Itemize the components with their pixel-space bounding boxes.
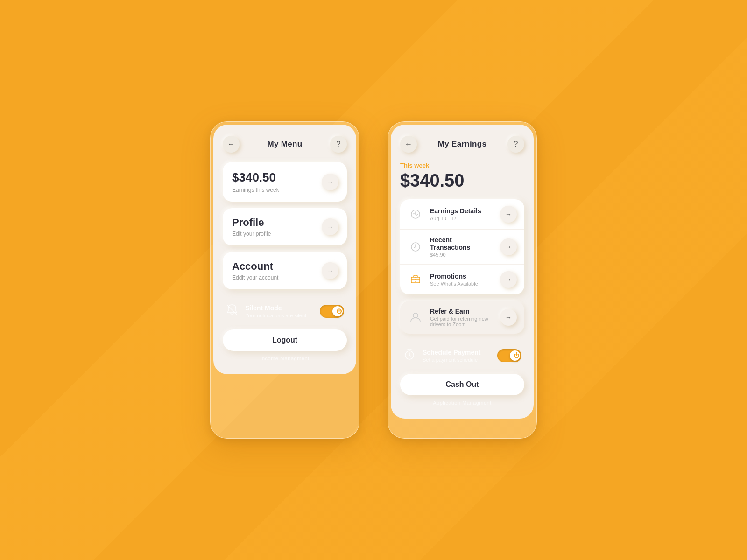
right-caption: Application Managment xyxy=(400,400,524,406)
profile-card[interactable]: Profile Edit your profile → xyxy=(223,208,347,245)
refer-earn-sub: Get paid for referring new drivers to Zo… xyxy=(430,316,493,327)
right-back-button[interactable]: ← xyxy=(400,136,417,153)
cash-out-button[interactable]: Cash Out xyxy=(400,374,524,395)
right-help-button[interactable]: ? xyxy=(507,136,524,153)
promotions-sub: See What's Available xyxy=(430,281,493,287)
profile-arrow-btn[interactable]: → xyxy=(322,218,338,235)
earnings-details-icon xyxy=(408,206,423,222)
svg-point-6 xyxy=(413,313,418,318)
earnings-list-card: Earnings Details Aug 10 - 17 → Recent xyxy=(400,199,524,294)
earnings-details-item[interactable]: Earnings Details Aug 10 - 17 → xyxy=(400,199,524,230)
account-card[interactable]: Account Eddit your account → xyxy=(223,252,347,289)
silent-mode-icon xyxy=(226,303,239,319)
earnings-details-title: Earnings Details xyxy=(430,207,493,215)
schedule-payment-toggle[interactable]: ⏻ xyxy=(497,349,521,362)
earnings-card[interactable]: $340.50 Earnings this week → xyxy=(223,162,347,202)
right-phone: ← My Earnings ? This week $340.50 xyxy=(388,121,537,439)
phones-container: ← My Menu ? $340.50 Earnings this week →… xyxy=(210,121,537,439)
profile-subtitle: Edit your profile xyxy=(232,231,271,237)
left-phone: ← My Menu ? $340.50 Earnings this week →… xyxy=(210,121,359,439)
silent-mode-label: Silent Mode xyxy=(245,304,313,312)
refer-earn-title: Refer & Earn xyxy=(430,308,493,315)
schedule-payment-label: Schedule Payment xyxy=(423,349,491,356)
silent-mode-row: Silent Mode Your notifications are silen… xyxy=(223,296,347,327)
right-header-title: My Earnings xyxy=(438,140,486,149)
logout-button[interactable]: Logout xyxy=(223,329,347,351)
silent-mode-sub: Your notifications are silent. xyxy=(245,313,313,318)
left-help-button[interactable]: ? xyxy=(330,136,347,153)
earnings-arrow-btn[interactable]: → xyxy=(322,174,338,190)
earnings-details-arrow[interactable]: → xyxy=(500,206,517,223)
left-caption: Income Managment xyxy=(223,356,347,361)
earnings-details-sub: Aug 10 - 17 xyxy=(430,216,493,221)
promotions-arrow[interactable]: → xyxy=(500,271,517,288)
earnings-amount: $340.50 xyxy=(232,170,279,185)
right-header: ← My Earnings ? xyxy=(400,136,524,153)
schedule-payment-icon xyxy=(403,348,416,364)
recent-transactions-item[interactable]: Recent Transactions $45.90 → xyxy=(400,230,524,265)
recent-transactions-icon xyxy=(408,239,423,255)
promotions-icon xyxy=(408,272,423,287)
promotions-item[interactable]: Promotions See What's Available → xyxy=(400,265,524,294)
profile-title: Profile xyxy=(232,217,271,229)
earnings-subtitle: Earnings this week xyxy=(232,187,279,193)
left-header-title: My Menu xyxy=(268,140,303,149)
account-arrow-btn[interactable]: → xyxy=(322,262,338,279)
refer-earn-icon xyxy=(408,309,423,325)
left-header: ← My Menu ? xyxy=(223,136,347,153)
schedule-payment-row: Schedule Payment Set a payment schedule … xyxy=(400,340,524,371)
schedule-payment-sub: Set a payment schedule xyxy=(423,357,491,363)
account-subtitle: Eddit your account xyxy=(232,274,278,281)
promotions-title: Promotions xyxy=(430,273,493,280)
account-title: Account xyxy=(232,260,278,273)
total-earnings: $340.50 xyxy=(400,171,524,191)
recent-transactions-arrow[interactable]: → xyxy=(500,238,517,255)
recent-transactions-sub: $45.90 xyxy=(430,252,493,258)
refer-earn-arrow[interactable]: → xyxy=(500,309,517,326)
silent-mode-toggle[interactable]: ⏻ xyxy=(320,305,344,318)
recent-transactions-title: Recent Transactions xyxy=(430,236,493,251)
week-label: This week xyxy=(400,162,524,169)
left-back-button[interactable]: ← xyxy=(223,136,240,153)
refer-earn-card[interactable]: Refer & Earn Get paid for referring new … xyxy=(400,301,524,334)
